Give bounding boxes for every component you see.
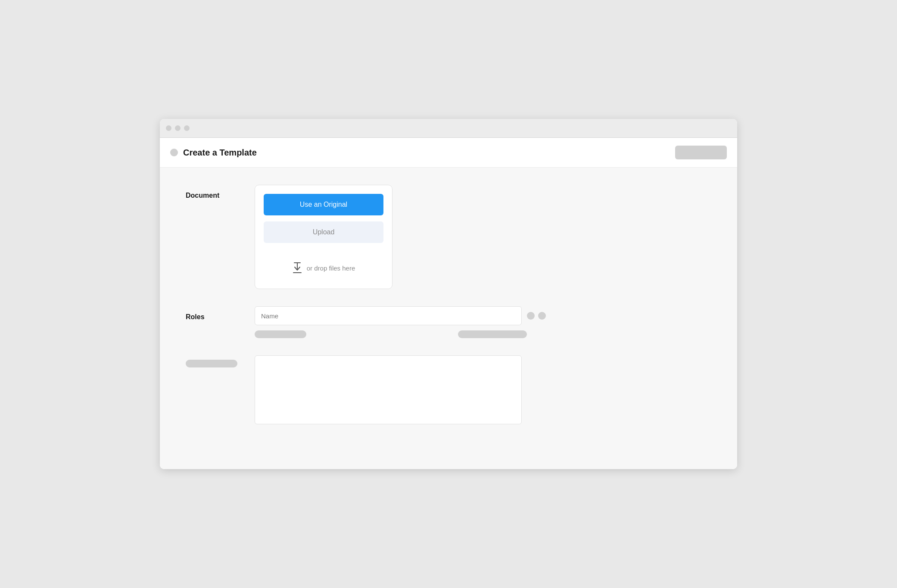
svg-rect-1	[297, 262, 298, 269]
roles-content	[255, 306, 711, 338]
maximize-button[interactable]	[184, 125, 190, 131]
svg-rect-2	[293, 272, 302, 273]
roles-action-left[interactable]	[255, 330, 306, 338]
drop-text: or drop files here	[307, 264, 355, 272]
header-back-icon[interactable]	[170, 149, 178, 156]
roles-section: Roles	[186, 306, 711, 338]
minimize-button[interactable]	[175, 125, 181, 131]
roles-name-input[interactable]	[255, 306, 522, 325]
main-content: Document Use an Original Upload or drop …	[160, 168, 737, 469]
titlebar	[160, 119, 737, 138]
main-window: Create a Template Document Use an Origin…	[160, 119, 737, 469]
roles-action-right[interactable]	[458, 330, 527, 338]
download-icon	[292, 262, 302, 274]
bottom-label	[186, 360, 237, 367]
document-label: Document	[186, 185, 237, 199]
roles-input-row	[255, 306, 711, 325]
bottom-section	[186, 355, 711, 424]
drop-zone[interactable]: or drop files here	[264, 249, 383, 280]
role-icons	[527, 312, 546, 320]
document-section: Document Use an Original Upload or drop …	[186, 185, 711, 289]
header-left: Create a Template	[170, 148, 257, 158]
roles-actions-row	[255, 330, 527, 338]
use-original-button[interactable]: Use an Original	[264, 194, 383, 215]
page-title: Create a Template	[183, 148, 257, 158]
header-action-button[interactable]	[675, 146, 727, 159]
header: Create a Template	[160, 138, 737, 168]
traffic-lights	[166, 125, 190, 131]
close-button[interactable]	[166, 125, 171, 131]
upload-button[interactable]: Upload	[264, 221, 383, 243]
role-icon-2[interactable]	[538, 312, 546, 320]
document-card: Use an Original Upload or drop files her…	[255, 185, 392, 289]
role-icon-1[interactable]	[527, 312, 535, 320]
roles-label: Roles	[186, 306, 237, 321]
bottom-textarea[interactable]	[255, 355, 522, 424]
